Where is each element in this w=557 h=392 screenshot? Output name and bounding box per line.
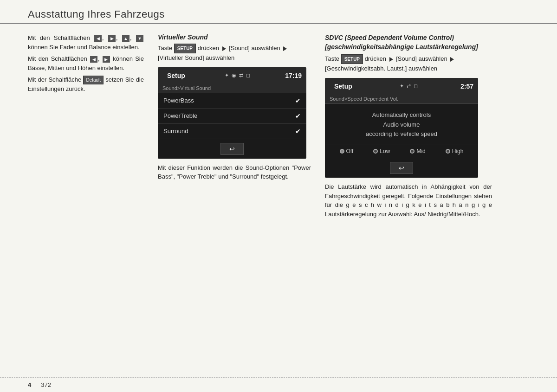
virtual-sound-screen: Setup ✦ ◉ ⇄ ◻ 17:19 Sound>Virtual Sound … xyxy=(158,67,306,159)
settings-icon: ◉ xyxy=(232,72,236,78)
left-para3: Mit der Schaltfläche Default setzen Sie … xyxy=(28,75,144,94)
middle-column: Virtueller Sound Taste SETUP drücken [So… xyxy=(158,33,325,218)
icon-down: ▼ xyxy=(136,35,143,42)
sdvc-screen-subtitle: Sound>Speed Dependent Vol. xyxy=(325,95,478,104)
footer-chapter: 4 xyxy=(28,381,36,388)
icon-left2: ◀ xyxy=(90,56,97,63)
page-container: Ausstattung Ihres Fahrzeugs Mit den Scha… xyxy=(0,0,557,392)
sdvc-transfer-icon: ⇄ xyxy=(407,83,411,89)
default-button: Default xyxy=(83,76,104,84)
icon-left: ◀ xyxy=(94,35,102,42)
sdvc-body-line1: Automatically controls xyxy=(330,110,473,120)
vs-item-label-1: PowerTreble xyxy=(163,112,197,119)
sdvc-screen-back: ↩ xyxy=(325,158,478,178)
sdvc-title: SDVC (Speed Dependent Volume Control) [g… xyxy=(325,33,492,51)
virtual-sound-title: Virtueller Sound xyxy=(158,33,311,41)
bt-icon: ✦ xyxy=(225,72,229,78)
page-title: Ausstattung Ihres Fahrzeugs xyxy=(28,8,529,20)
vs-item-powerbass: PowerBass ✔ xyxy=(158,93,306,109)
footer-page: 372 xyxy=(41,381,51,388)
left-para2: Mit den Schaltflächen ◀, ▶ können Sie Bä… xyxy=(28,54,144,72)
sdvc-bt-icon: ✦ xyxy=(400,83,404,89)
vs-screen-time: 17:19 xyxy=(285,72,302,79)
sdvc-body-line2: Audio volume xyxy=(330,120,473,130)
setup-badge-right: SETUP xyxy=(341,54,363,64)
transfer-icon: ⇄ xyxy=(239,72,243,78)
vs-screen-title: Setup xyxy=(162,70,190,82)
virtual-sound-caption: Mit dieser Funktion werden die Sound-Opt… xyxy=(158,163,311,181)
setup-badge-mid: SETUP xyxy=(174,44,196,53)
screen-header-vs: Setup ✦ ◉ ⇄ ◻ 17:19 xyxy=(158,67,306,84)
sdvc-option-high: High xyxy=(446,148,464,154)
sdvc-radio-high xyxy=(446,149,450,154)
vs-screen-back: ↩ xyxy=(158,139,306,159)
vs-screen-subtitle: Sound>Virtual Sound xyxy=(158,84,306,93)
sdvc-screen-time: 2:57 xyxy=(460,83,473,90)
sdvc-radio-mid xyxy=(410,149,415,154)
icon-right2: ▶ xyxy=(103,56,110,63)
arrow-mid2 xyxy=(283,46,287,51)
vs-item-label-2: Surround xyxy=(163,128,188,135)
arrow-right1 xyxy=(389,57,393,62)
icon-up: ▲ xyxy=(122,35,130,42)
vs-check-2: ✔ xyxy=(295,128,301,135)
sdvc-screen-icons: ✦ ⇄ ◻ xyxy=(400,83,418,89)
sdvc-option-low: Low xyxy=(373,148,390,154)
vs-back-button[interactable]: ↩ xyxy=(220,143,244,155)
sdvc-option-off: Off xyxy=(340,148,354,154)
left-column: Mit den Schaltflächen ◀, ▶, ▲, ▼ können … xyxy=(28,33,158,218)
sdvc-radio-off xyxy=(340,149,344,154)
page-footer: 4 372 xyxy=(0,377,557,392)
sdvc-options-row: Off Low Mid High xyxy=(325,144,478,158)
vs-item-surround: Surround ✔ xyxy=(158,124,306,139)
footer-chapter-num: 4 xyxy=(28,381,31,388)
sdvc-label-mid: Mid xyxy=(416,148,425,154)
sdvc-label-high: High xyxy=(452,148,464,154)
arrow-mid1 xyxy=(222,46,226,51)
sdvc-label-low: Low xyxy=(380,148,390,154)
sdvc-screen: Setup ✦ ⇄ ◻ 2:57 Sound>Speed Dependent V… xyxy=(325,78,478,178)
sdvc-instruction: Taste SETUP drücken [Sound] auswählen [G… xyxy=(325,54,492,73)
sdvc-back-button[interactable]: ↩ xyxy=(390,162,413,174)
sdvc-body-line3: according to vehicle speed xyxy=(330,129,473,139)
sdvc-square-icon: ◻ xyxy=(414,83,418,89)
square-icon: ◻ xyxy=(246,72,250,78)
sdvc-body: Automatically controls Audio volume acco… xyxy=(325,104,478,144)
vs-screen-icons: ✦ ◉ ⇄ ◻ xyxy=(225,72,250,78)
virtual-sound-instruction: Taste SETUP drücken [Sound] auswählen [V… xyxy=(158,44,311,63)
sdvc-caption: Die Lautstärke wird automatisch in Abhän… xyxy=(325,182,492,218)
vs-check-0: ✔ xyxy=(295,97,301,104)
vs-check-1: ✔ xyxy=(295,112,301,120)
left-para1: Mit den Schaltflächen ◀, ▶, ▲, ▼ können … xyxy=(28,33,144,51)
sdvc-screen-title: Setup xyxy=(330,80,357,92)
screen-header-sdvc: Setup ✦ ⇄ ◻ 2:57 xyxy=(325,78,478,95)
right-column: SDVC (Speed Dependent Volume Control) [g… xyxy=(325,33,492,218)
arrow-right2 xyxy=(450,57,454,62)
sdvc-label-off: Off xyxy=(346,148,354,154)
vs-item-label-0: PowerBass xyxy=(163,97,194,104)
page-header: Ausstattung Ihres Fahrzeugs xyxy=(0,0,557,24)
content-area: Mit den Schaltflächen ◀, ▶, ▲, ▼ können … xyxy=(0,33,557,218)
vs-item-powertreble: PowerTreble ✔ xyxy=(158,109,306,124)
sdvc-radio-low xyxy=(373,149,378,154)
icon-right: ▶ xyxy=(108,35,116,42)
sdvc-option-mid: Mid xyxy=(410,148,425,154)
